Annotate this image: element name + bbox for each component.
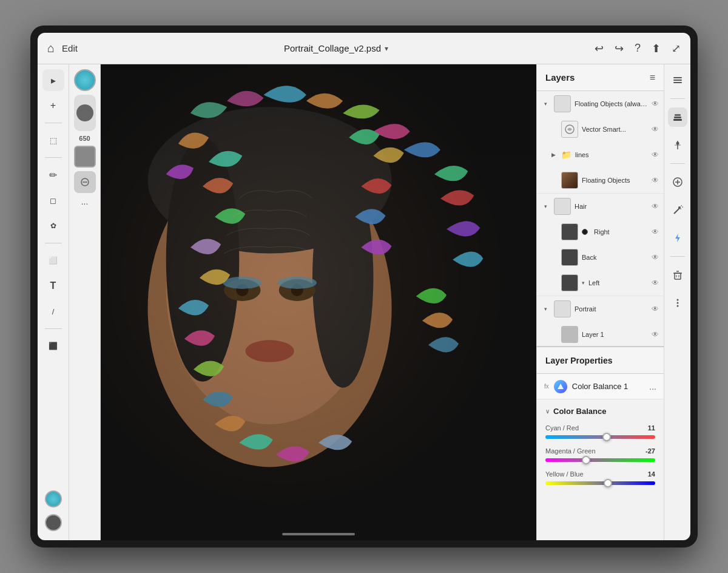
ri-divider-2 [670, 163, 685, 164]
clone-tool[interactable]: ✿ [42, 215, 64, 237]
bottom-swatch[interactable] [42, 514, 64, 535]
more-options-button[interactable]: ... [81, 197, 89, 206]
layer-row-hair-group[interactable]: ▾ Hair 👁 [537, 194, 664, 219]
layer-row-hair-left[interactable]: ▾ Left 👁 [537, 270, 664, 296]
lightning-icon[interactable] [668, 228, 687, 248]
eye-icon-hair-group[interactable]: 👁 [652, 202, 659, 211]
image-tool[interactable]: ⬛ [42, 335, 64, 357]
layers-list: ▾ Floating Objects (alway... 👁 Vector Sm… [537, 91, 664, 346]
svg-point-35 [678, 206, 681, 209]
folder-icon-lines: 📁 [561, 150, 571, 160]
slider-track-cyan-red[interactable] [545, 435, 655, 439]
eye-icon-floating-objects[interactable]: 👁 [652, 176, 659, 185]
brush-size-slider[interactable] [74, 95, 96, 131]
eye-icon-layer1[interactable]: 👁 [652, 330, 659, 339]
cb-expand-icon[interactable]: ∨ [545, 408, 550, 415]
layers-action-icon[interactable]: ≡ [650, 72, 655, 83]
home-icon[interactable]: ⌂ [47, 41, 55, 55]
more-options-icon[interactable] [668, 293, 687, 313]
expand-arrow-portrait[interactable]: ▾ [544, 306, 550, 312]
layers-stack-icon[interactable] [668, 107, 687, 127]
top-bar: ⌂ Edit Portrait_Collage_v2.psd ▾ ↩ ↪ ? ⬆… [38, 33, 690, 64]
device-frame: ⌂ Edit Portrait_Collage_v2.psd ▾ ↩ ↪ ? ⬆… [30, 25, 698, 548]
add-tool[interactable]: + [42, 95, 64, 117]
eye-icon-hair-left[interactable]: 👁 [652, 279, 659, 287]
slider-track-yellow-blue[interactable] [545, 481, 655, 485]
magic-wand-icon[interactable] [668, 200, 687, 220]
svg-point-46 [676, 305, 678, 307]
layer-thumb-hair-left [561, 274, 578, 291]
layer-row-floating-group[interactable]: ▾ Floating Objects (alway... 👁 [537, 91, 664, 117]
lp-cb-icon [554, 380, 567, 393]
redo-icon[interactable]: ↪ [615, 42, 624, 55]
color-picker[interactable] [42, 488, 64, 510]
help-icon[interactable]: ? [635, 42, 641, 55]
add-layer-icon[interactable] [668, 172, 687, 192]
top-bar-center: Portrait_Collage_v2.psd ▾ [78, 43, 595, 53]
share-icon[interactable]: ⬆ [652, 42, 661, 55]
transform-tool[interactable]: ⬜ [42, 249, 64, 271]
text-tool[interactable]: T [42, 275, 64, 297]
erase-button[interactable] [74, 171, 96, 193]
layers-panel-icon[interactable] [668, 70, 687, 90]
layer-thumb-hair-right [561, 223, 578, 240]
layer-row-lines[interactable]: ▶ 📁 lines 👁 [537, 142, 664, 168]
screen: ⌂ Edit Portrait_Collage_v2.psd ▾ ↩ ↪ ? ⬆… [38, 33, 690, 540]
adjustment-icon[interactable] [668, 135, 687, 155]
layer-group-floating: ▾ Floating Objects (alway... 👁 Vector Sm… [537, 91, 664, 194]
edit-label[interactable]: Edit [62, 43, 78, 53]
slider-label-magenta-green: Magenta / Green [545, 447, 596, 455]
trash-icon[interactable] [668, 265, 687, 285]
eye-icon-floating-group[interactable]: 👁 [652, 100, 659, 108]
cb-section-title: Color Balance [553, 407, 606, 416]
color-swatch[interactable] [74, 146, 96, 168]
layer-thumb-floating-objects [561, 172, 578, 189]
svg-rect-25 [673, 119, 682, 121]
expand-arrow-floating[interactable]: ▾ [544, 101, 550, 107]
eye-icon-vector-smart[interactable]: 👁 [652, 125, 659, 134]
expand-arrow-hair[interactable]: ▾ [544, 203, 550, 209]
eye-icon-portrait-group[interactable]: 👁 [652, 305, 659, 313]
expand-arrow-lines[interactable]: ▶ [551, 152, 558, 158]
ri-divider-1 [670, 98, 685, 99]
layer-group-portrait: ▾ Portrait 👁 Layer 1 👁 fx [537, 296, 664, 346]
canvas-area[interactable] [101, 64, 536, 540]
brush-tool[interactable]: ✏ [42, 164, 64, 186]
lp-layer-row[interactable]: fx Color Balance 1 ... [537, 374, 664, 399]
lp-layer-name: Color Balance 1 [572, 382, 645, 391]
canvas-artwork [101, 64, 536, 540]
layer-thumb-vector [561, 121, 578, 138]
eye-icon-lines[interactable]: 👁 [652, 151, 659, 159]
eye-icon-hair-right[interactable]: 👁 [652, 228, 659, 236]
marquee-tool[interactable]: ⬚ [42, 129, 64, 151]
expand-icon[interactable]: ⤢ [672, 42, 681, 55]
brush-preview[interactable] [74, 69, 96, 91]
undo-icon[interactable]: ↩ [595, 42, 604, 55]
layer-row-portrait-group[interactable]: ▾ Portrait 👁 [537, 296, 664, 322]
slider-thumb-yellow-blue[interactable] [604, 479, 612, 487]
toolbar-divider-1 [45, 123, 62, 123]
select-tool[interactable]: ▸ [42, 69, 64, 91]
slider-label-yellow-blue: Yellow / Blue [545, 470, 584, 478]
layer-row-vector-smart[interactable]: Vector Smart... 👁 [537, 117, 664, 142]
slider-thumb-cyan-red[interactable] [602, 433, 611, 441]
slider-track-magenta-green[interactable] [545, 458, 655, 462]
slider-row-cyan-red: Cyan / Red 11 [545, 424, 655, 439]
slider-label-row-magenta-green: Magenta / Green -27 [545, 447, 655, 455]
layer-row-hair-back[interactable]: Back 👁 [537, 245, 664, 270]
lp-more-button[interactable]: ... [649, 382, 656, 392]
slider-value-magenta-green: -27 [645, 447, 655, 455]
layer-row-layer1[interactable]: Layer 1 👁 [537, 322, 664, 346]
layer-row-floating-objects[interactable]: Floating Objects 👁 [537, 168, 664, 193]
slider-thumb-magenta-green[interactable] [582, 456, 590, 464]
color-balance-section: ∨ Color Balance Cyan / Red 11 [537, 399, 664, 501]
layer-thumb-hair-group [554, 198, 571, 215]
eye-icon-hair-back[interactable]: 👁 [652, 253, 659, 262]
lp-title: Layer Properties [545, 356, 655, 365]
svg-rect-26 [674, 117, 681, 118]
eraser-tool[interactable]: ◻ [42, 189, 64, 211]
pen-tool[interactable]: / [42, 300, 64, 322]
file-dropdown-arrow[interactable]: ▾ [385, 44, 388, 53]
svg-rect-39 [675, 273, 681, 279]
layer-row-hair-right[interactable]: Right 👁 [537, 219, 664, 245]
